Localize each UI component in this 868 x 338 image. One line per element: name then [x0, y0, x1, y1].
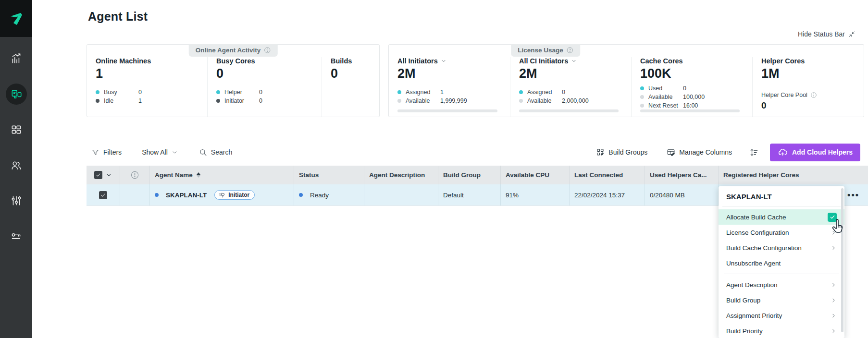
column-header-available-cpu[interactable]: Available CPU — [501, 166, 570, 184]
help-icon[interactable] — [263, 47, 271, 54]
chevron-right-icon — [831, 245, 837, 251]
next-reset-dot — [640, 104, 644, 108]
menu-item-allocate-build-cache[interactable]: Allocate Build Cache — [719, 209, 844, 225]
column-header-agent-description[interactable]: Agent Description — [364, 166, 438, 184]
legend-initiator: Initiator 0 — [216, 97, 313, 104]
build-groups-button[interactable]: Build Groups — [596, 148, 647, 157]
busy-cores-section: Busy Cores 0 Helper 0 Initiator 0 — [207, 57, 322, 117]
settings-sliders-icon — [10, 194, 23, 207]
select-all-checkbox[interactable] — [94, 171, 102, 179]
sidebar-item-builds[interactable] — [6, 119, 27, 140]
chevron-right-icon — [831, 313, 837, 319]
all-initiators-value: 2M — [397, 66, 501, 81]
manage-columns-button[interactable]: Manage Columns — [667, 148, 732, 157]
chevron-right-icon — [831, 328, 837, 334]
all-ci-initiators-dropdown[interactable]: All CI Initiators — [519, 57, 622, 65]
column-header-last-connected[interactable]: Last Connected — [570, 166, 645, 184]
collapse-icon — [848, 31, 856, 38]
busy-cores-value: 0 — [216, 66, 313, 81]
column-header-used-helpers[interactable]: Used Helpers Ca... — [645, 166, 719, 184]
license-key-icon — [10, 230, 23, 242]
alerts-column-header — [120, 166, 150, 184]
online-agent-activity-panel: Online Agent Activity Online Machines 1 … — [87, 44, 380, 117]
available-dot — [640, 95, 644, 99]
helper-cores-title: Helper Cores — [761, 57, 855, 65]
menu-item-unsubscribe-agent[interactable]: Unsubscribe Agent — [719, 255, 844, 271]
online-machines-section: Online Machines 1 Busy 0 Idle 1 — [87, 57, 207, 117]
all-initiators-dropdown[interactable]: All Initiators — [397, 57, 501, 65]
allocate-build-cache-checkbox[interactable] — [828, 213, 837, 222]
all-ci-initiators-progress-bar — [519, 109, 619, 112]
hide-status-bar-button[interactable]: Hide Status Bar — [798, 30, 856, 38]
chevron-down-icon — [441, 58, 446, 64]
filters-button[interactable]: Filters — [91, 148, 122, 157]
helper-core-pool-label: Helper Core Pool — [761, 92, 855, 98]
menu-item-license-configuration[interactable]: License Configuration — [719, 225, 844, 240]
show-all-dropdown[interactable]: Show All — [142, 148, 178, 156]
chevron-down-icon — [172, 149, 178, 156]
status-dot — [299, 193, 303, 197]
alert-icon — [130, 170, 139, 180]
column-header-status[interactable]: Status — [294, 166, 364, 184]
sort-icon — [749, 148, 758, 157]
busy-cores-title: Busy Cores — [216, 57, 313, 65]
menu-item-build-cache-configuration[interactable]: Build Cache Configuration — [719, 240, 844, 255]
check-icon — [100, 193, 106, 198]
info-icon[interactable] — [810, 92, 817, 98]
agent-description-cell — [364, 184, 438, 205]
app-logo[interactable] — [0, 0, 32, 37]
sidebar-item-agents[interactable] — [6, 84, 27, 105]
sort-rows-button[interactable] — [749, 148, 758, 157]
add-cloud-helpers-button[interactable]: Add Cloud Helpers — [770, 144, 860, 161]
row-checkbox[interactable] — [99, 191, 107, 199]
all-initiators-section: All Initiators 2M Assigned 1 Available 1… — [389, 57, 510, 117]
menu-item-build-group[interactable]: Build Group — [719, 292, 844, 308]
chevron-down-icon — [571, 58, 577, 64]
row-actions-button[interactable]: ••• — [847, 190, 859, 200]
search-icon — [199, 148, 207, 157]
all-ci-initiators-value: 2M — [519, 66, 622, 81]
incredibuild-logo-icon — [8, 10, 25, 27]
column-header-build-group[interactable]: Build Group — [438, 166, 501, 184]
helper-cores-value: 1M — [761, 66, 855, 81]
sidebar-item-users[interactable] — [6, 155, 27, 176]
idle-dot — [96, 99, 99, 103]
online-agent-activity-label: Online Agent Activity — [196, 47, 261, 54]
online-machines-value: 1 — [96, 66, 198, 81]
builds-icon — [10, 123, 23, 136]
sidebar-item-settings[interactable] — [6, 190, 27, 211]
cache-cores-value: 100K — [640, 66, 744, 81]
initiator-badge-icon — [219, 192, 226, 198]
sort-toggle[interactable] — [197, 172, 200, 178]
help-icon[interactable] — [566, 47, 573, 54]
agent-context-menu: SKAPLAN-LT Allocate Build Cache License … — [719, 186, 844, 338]
menu-scrollbar[interactable] — [841, 188, 843, 332]
search-input[interactable]: Search — [199, 148, 232, 157]
all-initiators-progress-bar — [397, 109, 497, 112]
sidebar-item-analytics[interactable] — [6, 48, 27, 69]
legend-available: Available 2,000,000 — [519, 97, 622, 104]
legend-available: Available 1,999,999 — [397, 97, 501, 104]
initiator-badge: Initiator — [214, 190, 255, 200]
sidebar — [0, 0, 32, 338]
column-header-agent-name[interactable]: Agent Name — [150, 166, 294, 184]
legend-next-reset: Next Reset 16:00 — [640, 102, 744, 109]
assigned-dot — [397, 90, 401, 94]
selection-dropdown-icon[interactable] — [106, 172, 112, 178]
helper-dot — [216, 90, 220, 94]
menu-item-assignment-priority[interactable]: Assignment Priority — [719, 308, 844, 323]
agent-name: SKAPLAN-LT — [166, 192, 207, 199]
analytics-icon — [10, 52, 23, 65]
cloud-plus-icon — [778, 147, 788, 157]
chevron-right-icon — [831, 297, 837, 303]
license-usage-tab: License Usage — [511, 44, 580, 57]
menu-item-build-priority[interactable]: Build Priority — [719, 323, 844, 338]
divider — [722, 206, 841, 206]
legend-helper: Helper 0 — [216, 89, 313, 96]
sidebar-item-license[interactable] — [6, 226, 27, 247]
menu-item-agent-description[interactable]: Agent Description — [719, 277, 844, 292]
chevron-right-icon — [831, 229, 837, 236]
column-header-registered-helper-cores[interactable]: Registered Helper Cores — [719, 166, 868, 184]
builds-section: Builds 0 — [322, 57, 379, 117]
busy-dot — [96, 90, 99, 94]
